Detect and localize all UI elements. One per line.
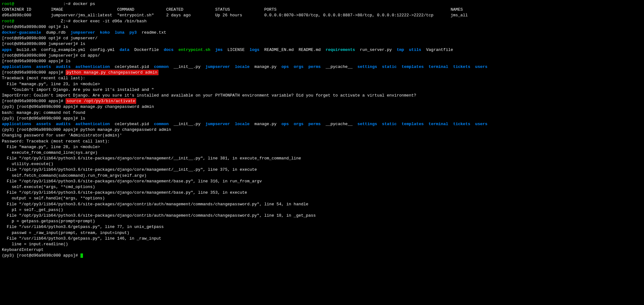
line-8-ls2: [root@d96a9898c000 jumpserver]# ls xyxy=(2,41,642,47)
line-5-ls-prompt: [root@d96a9898c000 opt]# ls xyxy=(2,24,642,30)
line-30-file4: File "/opt/py3/lib64/python3.6/site-pack… xyxy=(2,167,642,173)
terminal-cursor xyxy=(80,253,83,258)
line-36-file7: File "/opt/py3/lib64/python3.6/site-pack… xyxy=(2,202,642,207)
line-1: root@ :~# docker ps xyxy=(2,1,642,7)
line-27-execute: execute_from_command_line(sys.argv) xyxy=(2,150,642,156)
line-2-header: CONTAINER ID IMAGE COMMAND CREATED STATU… xyxy=(2,7,642,13)
line-7-cd: [root@d96a9898c000 opt]# cd jumpserver/ xyxy=(2,36,642,41)
line-42-file10: File "/usr/lib64/python3.6/getpass.py", … xyxy=(2,236,642,241)
line-23-py3-cmd: (py3) [root@d96a9898c000 apps]# python m… xyxy=(2,127,642,133)
line-34-file6: File "/opt/py3/lib64/python3.6/site-pack… xyxy=(2,190,642,196)
line-20-bash-not-found: bash: manage.py: command not found xyxy=(2,110,642,116)
line-11-ls3: [root@d96a9898c000 apps]# ls xyxy=(2,58,642,64)
line-31-fetch: self.fetch_command(subcommand).run_from_… xyxy=(2,173,642,179)
line-16-import-err: "Couldn't import Django. Are you sure it… xyxy=(2,87,642,93)
line-3-container: d96a9898c000 jumpserver/jms_all:latest "… xyxy=(2,13,642,18)
line-37-p1: p1 = self._get_pass() xyxy=(2,207,642,213)
line-21-py3-ls: (py3) [root@d96a9898c000 apps]# ls xyxy=(2,116,642,121)
line-38-file8: File "/opt/py3/lib64/python3.6/site-pack… xyxy=(2,213,642,219)
line-44-keyboard: KeyboardInterrupt xyxy=(2,247,642,253)
line-15-file: File "manage.py", line 23, in <module> xyxy=(2,81,642,87)
terminal-window[interactable]: root@ :~# docker ps CONTAINER ID IMAGE C… xyxy=(2,1,642,258)
line-17-import-err2: ImportError: Couldn't import Django. Are… xyxy=(2,93,642,98)
line-22-ls4-output: applications assets audits authenticatio… xyxy=(2,121,642,127)
line-40-file9: File "/usr/lib64/python3.6/getpass.py", … xyxy=(2,224,642,230)
line-24-changing: Changing password for user 'Administrato… xyxy=(2,133,642,138)
line-9-ls2-output: apps build.sh config_example.yml config.… xyxy=(2,47,642,53)
line-18-source-highlight: [root@d96a9898c000 apps]# source /opt/py… xyxy=(2,98,642,104)
line-19-py3-manage: (py3) [root@d96a9898c000 apps]# manage.p… xyxy=(2,104,642,110)
line-41-passwd: passwd = _raw_input(prompt, stream, inpu… xyxy=(2,230,642,236)
line-28-file3: File "/opt/py3/lib64/python3.6/site-pack… xyxy=(2,156,642,161)
line-12-ls3-output: applications assets audits authenticatio… xyxy=(2,64,642,70)
line-35-output: output = self.handle(*args, **options) xyxy=(2,196,642,201)
line-26-file2: File "manage.py", line 28, in <module> xyxy=(2,144,642,150)
line-43-readline: line = input.readline() xyxy=(2,241,642,247)
line-45-final-prompt: (py3) [root@d96a9898c000 apps]# xyxy=(2,253,642,258)
line-39-getpass: p = getpass.getpass(prompt=prompt) xyxy=(2,219,642,224)
line-25-password: Password: Traceback (most recent call la… xyxy=(2,139,642,144)
line-29-utility: utility.execute() xyxy=(2,161,642,167)
line-6-ls-output: docker-guacamole dump.rdb jumpserver kok… xyxy=(2,30,642,36)
line-33-execute2: self.execute(*args, **cmd_options) xyxy=(2,184,642,190)
line-13-cmd-highlight: [root@d96a9898c000 apps]# python manage.… xyxy=(2,70,642,75)
line-14-traceback: Traceback (most recent call last): xyxy=(2,75,642,81)
line-4-prompt: root@ Z:~# docker exec -it d96a /bin/bas… xyxy=(2,19,642,24)
line-32-file5: File "/opt/py3/lib64/python3.6/site-pack… xyxy=(2,179,642,184)
line-10-cd-apps: [root@d96a9898c000 jumpserver]# cd apps/ xyxy=(2,53,642,58)
